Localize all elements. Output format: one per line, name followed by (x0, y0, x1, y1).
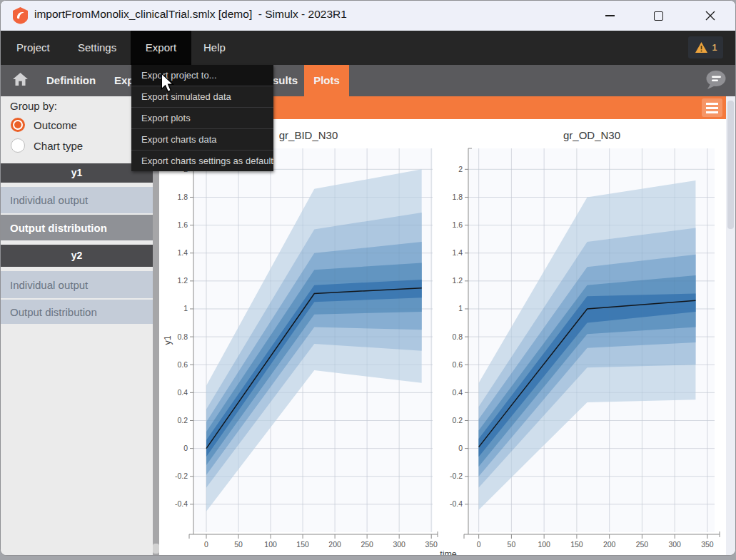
svg-text:0.6: 0.6 (452, 360, 463, 369)
mouse-cursor (161, 73, 175, 93)
export-dropdown-menu: Export project to... Export simulated da… (131, 65, 273, 171)
svg-text:0.4: 0.4 (177, 388, 188, 397)
content-scrollbar-thumb[interactable] (727, 101, 734, 229)
svg-text:1.8: 1.8 (452, 193, 463, 201)
svg-text:300: 300 (668, 540, 681, 549)
svg-text:0: 0 (204, 540, 208, 549)
sidebar-item-y1-individual-output[interactable]: Individual output (1, 187, 153, 213)
svg-text:1.2: 1.2 (177, 276, 188, 285)
svg-text:50: 50 (234, 540, 243, 549)
menu-export[interactable]: Export (131, 31, 191, 65)
svg-text:300: 300 (393, 540, 405, 549)
tab-results-truncated[interactable]: sults (273, 65, 298, 96)
radio-unselected-icon[interactable] (11, 138, 25, 153)
svg-text:-0.4: -0.4 (175, 499, 188, 508)
warning-count: 1 (712, 43, 717, 53)
menu-item-export-charts-settings[interactable]: Export charts settings as default (131, 150, 273, 171)
svg-text:1.6: 1.6 (452, 220, 463, 229)
title-bar: importFromMonolix_clinicalTrial.smlx [de… (1, 1, 735, 31)
svg-text:-0.2: -0.2 (175, 472, 188, 480)
svg-text:200: 200 (328, 540, 341, 549)
sidebar-item-y2-output-distribution[interactable]: Output distribution (1, 300, 153, 324)
menu-item-export-charts-data[interactable]: Export charts data (131, 128, 273, 150)
home-icon (12, 72, 29, 86)
tab-plots[interactable]: Plots (304, 65, 349, 96)
svg-text:1.8: 1.8 (177, 193, 188, 201)
menu-help[interactable]: Help (203, 31, 226, 65)
svg-text:0.8: 0.8 (452, 332, 463, 341)
close-button[interactable] (694, 1, 727, 31)
app-window: importFromMonolix_clinicalTrial.smlx [de… (0, 0, 736, 556)
chart-panel-gr-od-n30: gr_OD_N30 -0.4-0.200.20.40.60.811.21.41.… (458, 119, 726, 556)
svg-text:100: 100 (264, 540, 277, 549)
svg-text:-0.2: -0.2 (450, 472, 463, 480)
svg-text:2: 2 (458, 165, 463, 173)
section-header-y2: y2 (1, 245, 153, 267)
svg-text:-0.4: -0.4 (450, 499, 463, 508)
close-icon (705, 11, 715, 21)
output-distribution-plot-right: -0.4-0.200.20.40.60.811.21.41.61.8205010… (458, 147, 726, 556)
svg-text:0.4: 0.4 (452, 388, 463, 397)
warning-icon (695, 41, 708, 54)
svg-text:0.6: 0.6 (177, 360, 188, 369)
svg-text:200: 200 (603, 540, 616, 549)
tab-bar (1, 65, 735, 96)
svg-text:150: 150 (570, 540, 583, 549)
group-by-outcome-option[interactable]: Outcome (11, 117, 77, 133)
menu-bar: Project Settings Export Help 1 (1, 31, 735, 65)
svg-text:250: 250 (636, 540, 649, 549)
maximize-button[interactable] (642, 1, 675, 31)
sidebar-item-y1-output-distribution[interactable]: Output distribution (1, 215, 153, 240)
warnings-button[interactable]: 1 (688, 36, 723, 58)
chart-panel-gr-bid-n30: gr_BID_N30 -0.4-0.200.20.40.60.811.21.41… (159, 119, 458, 556)
chart-title-right: gr_OD_N30 (458, 119, 726, 147)
window-title: importFromMonolix_clinicalTrial.smlx [de… (34, 8, 347, 21)
section-header-y1: y1 (1, 163, 153, 183)
feedback-button[interactable] (704, 69, 727, 93)
plots-sidebar: Group by: Outcome Chart type y1 Individu… (1, 96, 153, 555)
sidebar-item-y2-individual-output[interactable]: Individual output (1, 271, 153, 298)
plot-settings-menu-button[interactable] (702, 98, 722, 117)
svg-text:350: 350 (425, 540, 438, 549)
svg-text:0: 0 (477, 540, 481, 549)
group-by-label: Group by: (10, 100, 57, 112)
simulx-app-icon (11, 6, 29, 24)
menu-project[interactable]: Project (16, 31, 50, 65)
svg-text:1.2: 1.2 (452, 276, 463, 285)
output-distribution-plot-left: -0.4-0.200.20.40.60.811.21.41.61.8205010… (159, 147, 458, 556)
svg-text:1: 1 (458, 304, 463, 312)
svg-text:100: 100 (538, 540, 550, 549)
plots-content: gr_BID_N30 -0.4-0.200.20.40.60.811.21.41… (159, 119, 726, 555)
menu-item-export-simulated-data[interactable]: Export simulated data (131, 86, 273, 107)
svg-text:1: 1 (183, 304, 188, 312)
menu-item-export-plots[interactable]: Export plots (131, 107, 273, 128)
svg-text:0: 0 (183, 444, 188, 452)
svg-text:0.8: 0.8 (177, 332, 188, 341)
minimize-icon (605, 15, 615, 16)
svg-text:0.2: 0.2 (452, 416, 463, 424)
content-scrollbar[interactable] (726, 96, 735, 555)
menu-item-export-project-to[interactable]: Export project to... (131, 65, 273, 86)
svg-text:50: 50 (508, 540, 516, 549)
speech-bubble-icon (704, 69, 727, 91)
svg-text:time: time (440, 549, 457, 556)
svg-text:250: 250 (361, 540, 373, 549)
group-by-chart-type-option[interactable]: Chart type (11, 138, 83, 153)
hamburger-icon (706, 103, 718, 105)
maximize-icon (654, 11, 663, 21)
svg-text:y1: y1 (163, 335, 173, 345)
svg-text:350: 350 (701, 540, 714, 549)
tab-definition[interactable]: Definition (46, 65, 96, 96)
svg-text:150: 150 (296, 540, 309, 549)
svg-text:0: 0 (458, 444, 463, 452)
sidebar-scrollbar-thumb[interactable] (153, 544, 159, 554)
svg-text:1.4: 1.4 (177, 248, 188, 257)
svg-text:0.2: 0.2 (177, 416, 188, 424)
radio-selected-icon[interactable] (11, 118, 25, 132)
svg-text:1.4: 1.4 (452, 248, 463, 257)
home-button[interactable] (12, 72, 29, 89)
menu-settings[interactable]: Settings (78, 31, 116, 65)
minimize-button[interactable] (593, 1, 626, 31)
svg-text:1.6: 1.6 (177, 220, 188, 229)
